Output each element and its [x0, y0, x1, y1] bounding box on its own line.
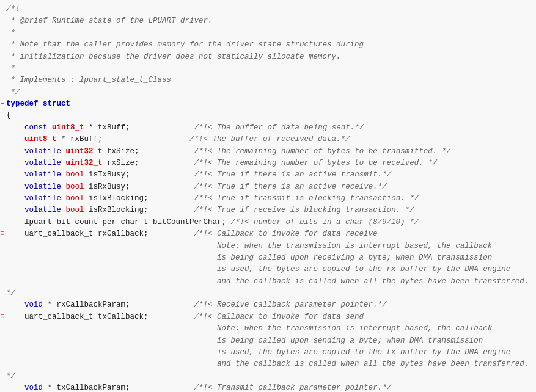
code-text: * @brief Runtime state of the LPUART dri…: [6, 15, 536, 27]
line-marker: [0, 205, 6, 216]
code-line: lpuart_bit_count_per_char_t bitCountPerC…: [0, 217, 536, 228]
line-marker: [0, 122, 6, 134]
code-text: and the callback is called when all the …: [6, 358, 536, 382]
code-text: is used, the bytes are copied to the rx …: [6, 264, 536, 275]
code-text: /*!: [6, 4, 536, 15]
line-marker: [0, 217, 6, 228]
line-marker: ≡: [0, 228, 6, 240]
code-line: ≡ uart_callback_t rxCallback; /*!< Callb…: [0, 228, 536, 240]
code-line: *: [0, 27, 536, 39]
code-line: volatile bool isRxBlocking; /*!< True if…: [0, 205, 536, 216]
code-line: volatile bool isRxBusy; /*!< True if the…: [0, 181, 536, 193]
line-marker: [0, 110, 6, 122]
code-line: is used, the bytes are copied to the tx …: [0, 347, 536, 358]
line-marker: [0, 193, 6, 205]
code-line: * initialization because the driver does…: [0, 51, 536, 63]
line-marker: [0, 15, 6, 27]
code-line: volatile uint32_t rxSize; /*!< The remai…: [0, 158, 536, 169]
line-marker: [0, 276, 6, 288]
line-marker: [0, 335, 6, 347]
code-text: and the callback is called when all the …: [6, 276, 536, 300]
code-text: void * rxCallbackParam; /*!< Receive cal…: [6, 299, 536, 311]
line-marker: [0, 39, 6, 51]
code-text: typedef struct: [6, 98, 536, 110]
code-text: void * txCallbackParam; /*!< Transmit ca…: [6, 382, 536, 392]
line-marker: [0, 27, 6, 39]
code-line: * Implements : lpuart_state_t_Class: [0, 74, 536, 86]
code-line: Note: when the transmission is interrupt…: [0, 241, 536, 252]
code-line: {: [0, 110, 536, 122]
code-text: Note: when the transmission is interrupt…: [6, 323, 536, 335]
code-text: uart_callback_t rxCallback; /*!< Callbac…: [6, 228, 536, 240]
code-text: volatile uint32_t txSize; /*!< The remai…: [6, 146, 536, 158]
code-line: is being called upon sending a byte; whe…: [0, 335, 536, 347]
code-line: volatile bool isTxBlocking; /*!< True if…: [0, 193, 536, 205]
code-text: Note: when the transmission is interrupt…: [6, 241, 536, 252]
line-marker: [0, 347, 6, 358]
line-marker: ≡: [0, 311, 6, 323]
line-marker: [0, 51, 6, 63]
code-line: */: [0, 87, 536, 98]
code-line: const uint8_t * txBuff; /*!< The buffer …: [0, 122, 536, 134]
line-marker: [0, 87, 6, 98]
code-line: void * rxCallbackParam; /*!< Receive cal…: [0, 299, 536, 311]
line-marker: [0, 299, 6, 311]
code-text: * initialization because the driver does…: [6, 51, 536, 63]
line-marker: [0, 146, 6, 158]
code-block: /*! * @brief Runtime state of the LPUART…: [0, 4, 536, 392]
line-marker: [0, 264, 6, 275]
code-text: const uint8_t * txBuff; /*!< The buffer …: [6, 122, 536, 134]
code-text: volatile bool isRxBlocking; /*!< True if…: [6, 205, 536, 216]
code-text: *: [6, 27, 536, 39]
code-container: /*! * @brief Runtime state of the LPUART…: [0, 0, 536, 392]
code-line: *: [0, 63, 536, 74]
code-line: void * txCallbackParam; /*!< Transmit ca…: [0, 382, 536, 392]
line-marker: [0, 74, 6, 86]
code-text: is being called upon receiving a byte; w…: [6, 252, 536, 264]
line-marker: [0, 323, 6, 335]
line-marker: [0, 63, 6, 74]
code-line: and the callback is called when all the …: [0, 358, 536, 382]
code-text: uart_callback_t txCallback; /*!< Callbac…: [6, 311, 536, 323]
code-line: –typedef struct: [0, 98, 536, 110]
code-text: uint8_t * rxBuff; /*!< The buffer of rec…: [6, 134, 536, 145]
code-line: uint8_t * rxBuff; /*!< The buffer of rec…: [0, 134, 536, 145]
code-line: * @brief Runtime state of the LPUART dri…: [0, 15, 536, 27]
line-marker: [0, 382, 6, 392]
line-marker: [0, 252, 6, 264]
code-text: is used, the bytes are copied to the tx …: [6, 347, 536, 358]
line-marker: –: [0, 98, 6, 110]
line-marker: [0, 358, 6, 370]
code-text: */: [6, 87, 536, 98]
code-line: ≡ uart_callback_t txCallback; /*!< Callb…: [0, 311, 536, 323]
code-line: and the callback is called when all the …: [0, 276, 536, 300]
code-line: is used, the bytes are copied to the rx …: [0, 264, 536, 275]
code-line: * Note that the caller provides memory f…: [0, 39, 536, 51]
line-marker: [0, 134, 6, 145]
line-marker: [0, 241, 6, 252]
code-text: {: [6, 110, 536, 122]
code-line: is being called upon receiving a byte; w…: [0, 252, 536, 264]
code-line: volatile uint32_t txSize; /*!< The remai…: [0, 146, 536, 158]
code-text: volatile bool isRxBusy; /*!< True if the…: [6, 181, 536, 193]
code-text: * Implements : lpuart_state_t_Class: [6, 74, 536, 86]
code-text: lpuart_bit_count_per_char_t bitCountPerC…: [6, 217, 536, 228]
code-text: volatile uint32_t rxSize; /*!< The remai…: [6, 158, 536, 169]
code-line: /*!: [0, 4, 536, 15]
code-text: is being called upon sending a byte; whe…: [6, 335, 536, 347]
code-text: *: [6, 63, 536, 74]
line-marker: [0, 181, 6, 193]
line-marker: [0, 4, 6, 15]
line-marker: [0, 169, 6, 181]
code-line: volatile bool isTxBusy; /*!< True if the…: [0, 169, 536, 181]
code-text: * Note that the caller provides memory f…: [6, 39, 536, 51]
code-text: volatile bool isTxBusy; /*!< True if the…: [6, 169, 536, 181]
code-line: Note: when the transmission is interrupt…: [0, 323, 536, 335]
code-text: volatile bool isTxBlocking; /*!< True if…: [6, 193, 536, 205]
line-marker: [0, 158, 6, 169]
